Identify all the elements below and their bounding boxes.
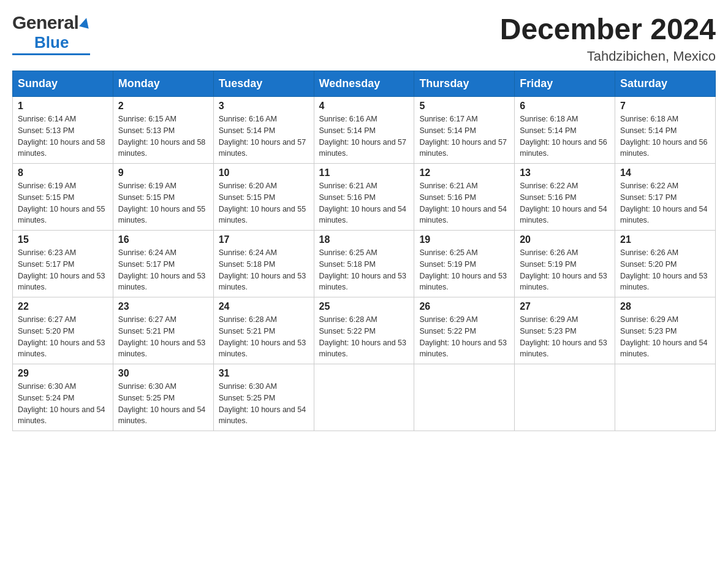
calendar-cell: 17 Sunrise: 6:24 AMSunset: 5:18 PMDaylig… [213, 231, 314, 297]
day-number: 3 [219, 101, 309, 112]
calendar-cell: 8 Sunrise: 6:19 AMSunset: 5:15 PMDayligh… [13, 164, 113, 231]
calendar-cell: 23 Sunrise: 6:27 AMSunset: 5:21 PMDaylig… [113, 297, 213, 364]
day-number: 12 [419, 167, 509, 178]
day-number: 6 [520, 101, 610, 112]
calendar-cell: 10 Sunrise: 6:20 AMSunset: 5:15 PMDaylig… [213, 164, 314, 231]
calendar-header-thursday: Thursday [414, 71, 515, 97]
logo: General Blue [12, 12, 90, 55]
day-info: Sunrise: 6:30 AMSunset: 5:24 PMDaylight:… [18, 381, 108, 427]
calendar-header-sunday: Sunday [13, 71, 113, 97]
calendar-cell: 9 Sunrise: 6:19 AMSunset: 5:15 PMDayligh… [113, 164, 213, 231]
day-info: Sunrise: 6:20 AMSunset: 5:15 PMDaylight:… [219, 180, 309, 226]
calendar-cell: 15 Sunrise: 6:23 AMSunset: 5:17 PMDaylig… [13, 231, 113, 297]
calendar-cell: 29 Sunrise: 6:30 AMSunset: 5:24 PMDaylig… [13, 364, 113, 431]
day-number: 30 [118, 368, 208, 379]
calendar-cell: 7 Sunrise: 6:18 AMSunset: 5:14 PMDayligh… [615, 97, 716, 164]
day-info: Sunrise: 6:15 AMSunset: 5:13 PMDaylight:… [118, 113, 208, 159]
day-number: 14 [620, 167, 710, 178]
day-number: 25 [319, 301, 409, 312]
calendar-cell: 14 Sunrise: 6:22 AMSunset: 5:17 PMDaylig… [615, 164, 716, 231]
calendar-cell: 27 Sunrise: 6:29 AMSunset: 5:23 PMDaylig… [515, 297, 615, 364]
calendar-cell: 4 Sunrise: 6:16 AMSunset: 5:14 PMDayligh… [314, 97, 414, 164]
day-info: Sunrise: 6:19 AMSunset: 5:15 PMDaylight:… [18, 180, 108, 226]
calendar-cell: 31 Sunrise: 6:30 AMSunset: 5:25 PMDaylig… [213, 364, 314, 431]
day-number: 15 [18, 234, 108, 245]
day-info: Sunrise: 6:30 AMSunset: 5:25 PMDaylight:… [118, 381, 208, 427]
location-subtitle: Tahdzibichen, Mexico [500, 48, 716, 64]
day-info: Sunrise: 6:29 AMSunset: 5:22 PMDaylight:… [419, 314, 509, 360]
calendar-cell: 18 Sunrise: 6:25 AMSunset: 5:18 PMDaylig… [314, 231, 414, 297]
calendar-header-tuesday: Tuesday [213, 71, 314, 97]
day-info: Sunrise: 6:23 AMSunset: 5:17 PMDaylight:… [18, 247, 108, 293]
logo-triangle-icon [79, 17, 91, 29]
day-info: Sunrise: 6:17 AMSunset: 5:14 PMDaylight:… [419, 113, 509, 159]
calendar-cell: 21 Sunrise: 6:26 AMSunset: 5:20 PMDaylig… [615, 231, 716, 297]
day-info: Sunrise: 6:28 AMSunset: 5:21 PMDaylight:… [219, 314, 309, 360]
day-number: 26 [419, 301, 509, 312]
calendar-cell: 28 Sunrise: 6:29 AMSunset: 5:23 PMDaylig… [615, 297, 716, 364]
day-number: 18 [319, 234, 409, 245]
day-number: 17 [219, 234, 309, 245]
calendar-cell: 6 Sunrise: 6:18 AMSunset: 5:14 PMDayligh… [515, 97, 615, 164]
calendar-week-2: 8 Sunrise: 6:19 AMSunset: 5:15 PMDayligh… [13, 164, 716, 231]
day-number: 16 [118, 234, 208, 245]
day-info: Sunrise: 6:16 AMSunset: 5:14 PMDaylight:… [319, 113, 409, 159]
calendar-header-monday: Monday [113, 71, 213, 97]
calendar-week-4: 22 Sunrise: 6:27 AMSunset: 5:20 PMDaylig… [13, 297, 716, 364]
calendar-cell: 30 Sunrise: 6:30 AMSunset: 5:25 PMDaylig… [113, 364, 213, 431]
day-number: 31 [219, 368, 309, 379]
logo-general-text: General [12, 12, 78, 33]
day-number: 8 [18, 167, 108, 178]
calendar-cell: 1 Sunrise: 6:14 AMSunset: 5:13 PMDayligh… [13, 97, 113, 164]
day-number: 4 [319, 101, 409, 112]
calendar-header-saturday: Saturday [615, 71, 716, 97]
calendar-cell [414, 364, 515, 431]
day-info: Sunrise: 6:26 AMSunset: 5:19 PMDaylight:… [520, 247, 610, 293]
month-title: December 2024 [500, 12, 716, 46]
calendar-cell: 20 Sunrise: 6:26 AMSunset: 5:19 PMDaylig… [515, 231, 615, 297]
day-number: 1 [18, 101, 108, 112]
logo-blue-text: Blue [34, 33, 90, 52]
day-number: 28 [620, 301, 710, 312]
day-number: 20 [520, 234, 610, 245]
day-number: 23 [118, 301, 208, 312]
day-info: Sunrise: 6:21 AMSunset: 5:16 PMDaylight:… [419, 180, 509, 226]
day-number: 24 [219, 301, 309, 312]
calendar-cell: 5 Sunrise: 6:17 AMSunset: 5:14 PMDayligh… [414, 97, 515, 164]
day-number: 29 [18, 368, 108, 379]
day-number: 10 [219, 167, 309, 178]
calendar-cell: 24 Sunrise: 6:28 AMSunset: 5:21 PMDaylig… [213, 297, 314, 364]
day-info: Sunrise: 6:29 AMSunset: 5:23 PMDaylight:… [520, 314, 610, 360]
day-number: 7 [620, 101, 710, 112]
calendar-cell: 2 Sunrise: 6:15 AMSunset: 5:13 PMDayligh… [113, 97, 213, 164]
calendar-table: SundayMondayTuesdayWednesdayThursdayFrid… [12, 71, 716, 431]
title-area: December 2024 Tahdzibichen, Mexico [500, 12, 716, 64]
day-info: Sunrise: 6:25 AMSunset: 5:18 PMDaylight:… [319, 247, 409, 293]
day-number: 21 [620, 234, 710, 245]
day-info: Sunrise: 6:24 AMSunset: 5:18 PMDaylight:… [219, 247, 309, 293]
calendar-cell: 26 Sunrise: 6:29 AMSunset: 5:22 PMDaylig… [414, 297, 515, 364]
calendar-cell: 11 Sunrise: 6:21 AMSunset: 5:16 PMDaylig… [314, 164, 414, 231]
day-number: 2 [118, 101, 208, 112]
calendar-cell: 16 Sunrise: 6:24 AMSunset: 5:17 PMDaylig… [113, 231, 213, 297]
calendar-cell [615, 364, 716, 431]
calendar-cell: 25 Sunrise: 6:28 AMSunset: 5:22 PMDaylig… [314, 297, 414, 364]
day-info: Sunrise: 6:16 AMSunset: 5:14 PMDaylight:… [219, 113, 309, 159]
calendar-header-wednesday: Wednesday [314, 71, 414, 97]
day-info: Sunrise: 6:18 AMSunset: 5:14 PMDaylight:… [620, 113, 710, 159]
calendar-cell: 19 Sunrise: 6:25 AMSunset: 5:19 PMDaylig… [414, 231, 515, 297]
day-number: 11 [319, 167, 409, 178]
calendar-cell: 12 Sunrise: 6:21 AMSunset: 5:16 PMDaylig… [414, 164, 515, 231]
day-info: Sunrise: 6:25 AMSunset: 5:19 PMDaylight:… [419, 247, 509, 293]
day-info: Sunrise: 6:14 AMSunset: 5:13 PMDaylight:… [18, 113, 108, 159]
calendar-cell: 13 Sunrise: 6:22 AMSunset: 5:16 PMDaylig… [515, 164, 615, 231]
calendar-cell [515, 364, 615, 431]
calendar-week-3: 15 Sunrise: 6:23 AMSunset: 5:17 PMDaylig… [13, 231, 716, 297]
day-info: Sunrise: 6:22 AMSunset: 5:16 PMDaylight:… [520, 180, 610, 226]
day-number: 9 [118, 167, 208, 178]
page-header: General Blue December 2024 Tahdzibichen,… [12, 12, 716, 64]
logo-divider [12, 53, 90, 55]
calendar-cell: 3 Sunrise: 6:16 AMSunset: 5:14 PMDayligh… [213, 97, 314, 164]
day-number: 13 [520, 167, 610, 178]
day-info: Sunrise: 6:29 AMSunset: 5:23 PMDaylight:… [620, 314, 710, 360]
